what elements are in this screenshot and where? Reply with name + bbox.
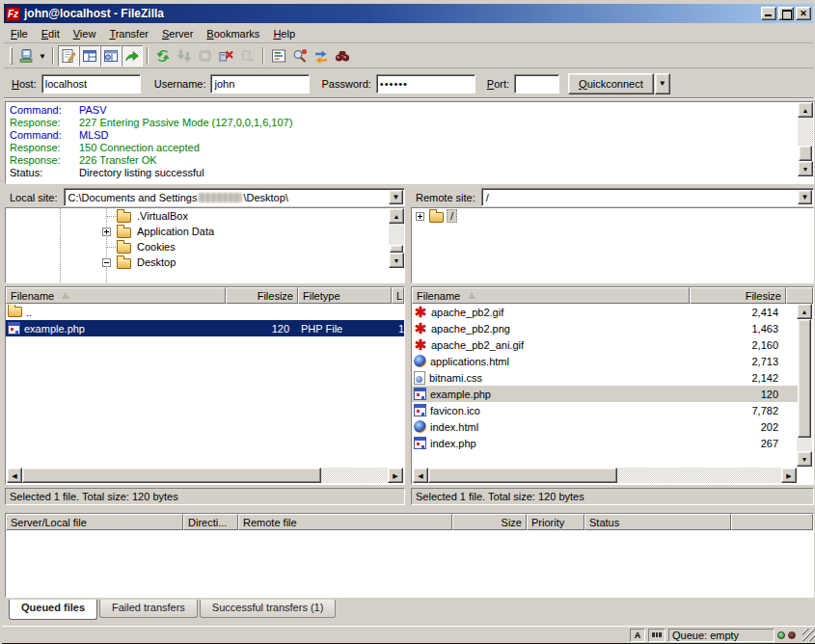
tab-failed-transfers[interactable]: Failed transfers — [99, 600, 198, 618]
file-row[interactable]: bitnami.css2,142 — [412, 369, 798, 386]
scroll-right-icon[interactable]: ▶ — [781, 468, 797, 483]
local-tree-scrollbar[interactable]: ▲ ▼ — [389, 208, 404, 282]
file-row[interactable]: applications.html2,713 — [412, 353, 798, 369]
file-row[interactable]: index.php267 — [412, 435, 798, 451]
scroll-up-icon[interactable]: ▲ — [797, 304, 812, 319]
remote-vertical-scrollbar[interactable]: ▲ ▼ — [797, 304, 812, 467]
scrollbar-thumb[interactable] — [798, 319, 811, 438]
column-header-filesize[interactable]: Filesize — [690, 287, 786, 304]
host-input[interactable] — [41, 74, 141, 94]
file-row-parent-dir[interactable]: .. — [6, 304, 404, 320]
file-row[interactable]: index.html202 — [412, 418, 798, 435]
message-log[interactable]: Command:PASV Response:227 Entering Passi… — [5, 101, 814, 184]
scrollbar-thumb[interactable] — [428, 468, 617, 483]
toggle-local-tree-button[interactable] — [79, 45, 100, 67]
column-header-priority[interactable]: Priority — [527, 514, 584, 530]
file-row[interactable]: favicon.ico7,782 — [412, 402, 798, 418]
menu-server[interactable]: Server — [155, 26, 200, 41]
maximize-button[interactable] — [778, 7, 794, 20]
close-button[interactable] — [796, 7, 811, 20]
menu-transfer[interactable]: Transfer — [102, 26, 155, 41]
cancel-operation-button[interactable] — [195, 45, 216, 67]
transfer-type-icon[interactable]: A — [630, 629, 645, 642]
port-input[interactable] — [514, 74, 559, 94]
column-header-filename[interactable]: Filename — [6, 287, 226, 304]
title-bar[interactable]: Fz john@localhost - FileZilla — [4, 4, 813, 23]
scroll-up-icon[interactable]: ▲ — [389, 208, 404, 224]
column-header-remote-file[interactable]: Remote file — [238, 514, 452, 530]
file-row-example-php[interactable]: example.php120 — [412, 386, 798, 402]
refresh-button[interactable] — [152, 45, 174, 67]
log-scrollbar[interactable]: ▲ ▼ — [798, 102, 813, 183]
expander-plus-icon[interactable] — [416, 212, 424, 221]
toolbar-grip[interactable] — [10, 47, 13, 65]
directory-compare-button[interactable] — [289, 45, 311, 67]
tree-item-cookies[interactable]: Cookies — [6, 239, 404, 255]
process-queue-button[interactable] — [174, 45, 195, 67]
column-header-filetype[interactable]: Filetype — [298, 287, 392, 304]
expander-minus-icon[interactable] — [102, 258, 111, 267]
column-header-size[interactable]: Size — [452, 514, 527, 530]
tree-item-desktop[interactable]: Desktop — [6, 255, 404, 270]
scroll-right-icon[interactable]: ▶ — [388, 468, 403, 483]
column-header-filename[interactable]: Filename — [412, 287, 690, 304]
scrollbar-thumb[interactable] — [22, 468, 321, 483]
file-row[interactable]: apache_pb2.gif2,414 — [412, 304, 798, 320]
scroll-down-icon[interactable]: ▼ — [389, 253, 404, 268]
local-site-combobox[interactable]: C:\Documents and Settings\Desktop\ ▼ — [64, 188, 405, 206]
synchronized-browsing-button[interactable] — [311, 45, 332, 67]
remote-tree[interactable]: / — [411, 207, 814, 283]
site-manager-dropdown-arrow[interactable]: ▼ — [37, 45, 48, 67]
tab-successful-transfers[interactable]: Successful transfers (1) — [200, 600, 337, 618]
site-manager-button[interactable] — [15, 45, 37, 67]
scroll-left-icon[interactable]: ◀ — [7, 468, 22, 483]
scroll-down-icon[interactable]: ▼ — [797, 451, 812, 467]
toggle-message-log-button[interactable] — [58, 45, 79, 67]
transfer-queue[interactable]: Server/Local file Directi... Remote file… — [5, 513, 814, 598]
scroll-left-icon[interactable]: ◀ — [413, 468, 428, 483]
tree-item-application-data[interactable]: Application Data — [6, 224, 404, 239]
file-row[interactable]: apache_pb2.png1,463 — [412, 320, 798, 336]
file-row-example-php[interactable]: example.php 120 PHP File 1 — [6, 320, 404, 336]
local-tree[interactable]: .VirtualBox Application Data Cookies Des… — [5, 207, 405, 283]
combo-dropdown-arrow[interactable]: ▼ — [389, 190, 403, 204]
toggle-remote-tree-button[interactable] — [100, 45, 122, 67]
reconnect-button[interactable] — [237, 45, 258, 67]
toggle-transfer-queue-button[interactable] — [122, 45, 143, 67]
tab-queued-files[interactable]: Queued files — [9, 600, 97, 620]
scrollbar-thumb[interactable] — [799, 146, 812, 161]
scroll-up-icon[interactable]: ▲ — [798, 102, 813, 118]
column-header-server-local-file[interactable]: Server/Local file — [6, 514, 183, 530]
disconnect-button[interactable] — [216, 45, 237, 67]
minimize-button[interactable] — [761, 7, 776, 20]
tree-item-root[interactable]: / — [412, 208, 813, 224]
remote-site-combobox[interactable]: / ▼ — [481, 188, 814, 206]
filter-button[interactable] — [268, 45, 289, 67]
local-file-list[interactable]: Filename Filesize Filetype L .. example.… — [5, 286, 405, 485]
column-header-filesize[interactable]: Filesize — [226, 287, 298, 304]
menu-file[interactable]: File — [4, 26, 35, 41]
username-input[interactable] — [210, 74, 310, 94]
file-row[interactable]: apache_pb2_ani.gif2,160 — [412, 336, 798, 353]
quickconnect-dropdown-arrow[interactable]: ▼ — [655, 73, 670, 94]
scroll-down-icon[interactable]: ▼ — [798, 161, 813, 176]
column-header-lastmodified[interactable]: L — [392, 287, 404, 304]
column-header-status[interactable]: Status — [584, 514, 731, 530]
resize-grip[interactable] — [802, 629, 815, 641]
quickconnect-button[interactable]: Quickconnect — [568, 73, 654, 94]
password-input[interactable] — [376, 74, 475, 94]
combo-dropdown-arrow[interactable]: ▼ — [798, 190, 812, 204]
remote-horizontal-scrollbar[interactable]: ◀ ▶ — [413, 468, 797, 483]
menu-edit[interactable]: Edit — [35, 26, 67, 41]
find-files-button[interactable] — [332, 45, 353, 67]
menu-view[interactable]: View — [67, 26, 103, 41]
tree-item-virtualbox[interactable]: .VirtualBox — [6, 208, 404, 224]
expander-plus-icon[interactable] — [102, 228, 111, 236]
local-horizontal-scrollbar[interactable]: ◀ ▶ — [7, 468, 403, 483]
speed-limit-icon[interactable] — [648, 629, 666, 642]
menu-bookmarks[interactable]: Bookmarks — [200, 26, 266, 41]
menu-help[interactable]: Help — [266, 26, 302, 41]
remote-file-list[interactable]: Filename Filesize apache_pb2.gif2,414 ap… — [411, 286, 814, 485]
scrollbar-thumb[interactable] — [390, 245, 403, 253]
column-header-direction[interactable]: Directi... — [183, 514, 238, 530]
